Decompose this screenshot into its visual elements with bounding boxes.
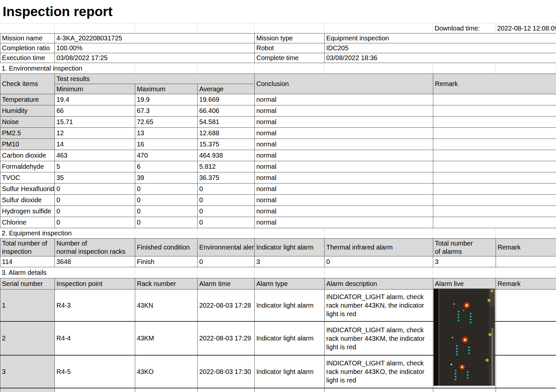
empty-cell (254, 267, 324, 278)
mission-info-table: Mission name 4-3KA_202208031725 Mission … (0, 33, 556, 63)
env-row-sf6: Sulfur Hexafluoride 0 0 0 normal (0, 184, 556, 195)
env-remark-value (433, 206, 556, 217)
equip-finished-condition-value: Finish (135, 256, 198, 267)
info-row: Completion ratio 100.00% Robot IDC205 (0, 43, 556, 53)
env-row-temperature: Temperature 19.4 19.9 19.669 normal (0, 94, 556, 105)
alarm-serial-header: Serial number (0, 278, 55, 290)
env-max-value: 72.65 (135, 117, 198, 128)
env-max-value: 16 (135, 139, 198, 150)
equip-environmental-alert-header: Environmental alert (198, 239, 255, 256)
alarm-type-header: Alarm type (255, 278, 325, 290)
env-remark-value (433, 217, 556, 228)
env-min-value: 0 (55, 184, 135, 195)
section-equip-row: 2. Equipment inspection (0, 228, 556, 238)
alarm-rack-value: 43KM (135, 322, 198, 356)
empty-cell (324, 228, 433, 238)
alarm-description-header: Alarm description (325, 278, 433, 290)
env-remark-value (433, 150, 556, 161)
env-avg-value: 5.812 (198, 161, 255, 172)
env-remark-value (433, 195, 556, 206)
env-remark-header: Remark (433, 74, 556, 94)
env-row-tvoc: TVOC 35 39 36.375 normal (0, 172, 556, 184)
alarm-remark-value (496, 322, 556, 356)
alarm-time-value: 2022-08-03 17:28 (198, 290, 255, 322)
env-max-value: 13 (135, 128, 198, 139)
alarm-point-value: R4-4 (55, 322, 135, 356)
empty-cell (197, 63, 254, 74)
alarm-time-value: 2022-08-03 17:29 (198, 322, 255, 356)
env-remark-value (433, 161, 556, 172)
env-max-header: Maximum (135, 84, 198, 94)
env-avg-value: 19.669 (198, 94, 255, 105)
alarm-description-value (325, 388, 433, 392)
env-row-humidity: Humidity 66 67.3 66.406 normal (0, 105, 556, 117)
alarm-time-value: 2022-08-03 17:30 (198, 356, 255, 388)
equip-values-row: 114 3648 Finish 0 3 0 3 (0, 256, 556, 267)
alarm-time-header: Alarm time (198, 278, 255, 290)
env-min-header: Minimum (55, 84, 135, 94)
download-row: Download time: 2022-08-12 12:08:09 (0, 23, 556, 33)
env-max-value: 67.3 (135, 105, 198, 117)
completion-ratio-value: 100.00% (55, 43, 255, 53)
env-max-value: 6 (135, 161, 198, 172)
env-conclusion-value: normal (255, 105, 433, 117)
env-max-value: 470 (135, 150, 198, 161)
alarm-header: Serial number Inspection point Rack numb… (0, 278, 556, 290)
equip-normal-racks-header: Number of normal inspection racks (55, 239, 135, 256)
env-avg-value: 0 (198, 184, 255, 195)
equip-normal-racks-value: 3648 (55, 256, 135, 267)
env-item-label: Sulfur dioxide (0, 195, 55, 206)
env-min-value: 0 (55, 195, 135, 206)
env-item-label: PM10 (0, 139, 55, 150)
alarm-point-header: Inspection point (55, 278, 135, 290)
env-max-value: 39 (135, 172, 198, 184)
equip-total-alarms-value: 3 (433, 256, 496, 267)
env-conclusion-value: normal (255, 150, 433, 161)
env-conclusion-value: normal (255, 128, 433, 139)
env-min-value: 463 (55, 150, 135, 161)
env-remark-value (433, 184, 556, 195)
equip-thermal-alarm-header: Thermal infrared alarm (325, 239, 433, 256)
env-avg-value: 54.581 (198, 117, 255, 128)
empty-cell (54, 23, 135, 33)
env-item-label: Humidity (0, 105, 55, 117)
alarm-serial-value: 1 (0, 290, 55, 322)
execution-time-label: Execution time (0, 53, 55, 63)
equip-finished-condition-header: Finished condition (135, 239, 198, 256)
equip-remark-value (496, 256, 556, 267)
env-conclusion-value: normal (255, 184, 433, 195)
env-conclusion-value: normal (255, 94, 433, 105)
download-time-label: Download time: (433, 23, 496, 33)
env-min-value: 19.4 (55, 94, 135, 105)
execution-time-value: 03/08/2022 17:25 (55, 53, 255, 63)
alarm-time-value (198, 388, 255, 392)
alarm-type-value (255, 388, 325, 392)
mission-type-value: Equipment inspection (325, 33, 556, 43)
env-min-value: 14 (55, 139, 135, 150)
env-max-value: 19.9 (135, 94, 198, 105)
env-min-value: 0 (55, 217, 135, 228)
alarm-serial-value: 2 (0, 322, 55, 356)
robot-label: Robot (255, 43, 325, 53)
env-avg-value: 0 (198, 195, 255, 206)
env-min-value: 35 (55, 172, 135, 184)
section-alarm-row: 3. Alarm details (0, 267, 556, 278)
robot-value: IDC205 (325, 43, 556, 53)
alarm-serial-value (0, 388, 55, 392)
empty-cell (433, 228, 496, 238)
completion-ratio-label: Completion ratio (0, 43, 55, 53)
env-conclusion-value: normal (255, 161, 433, 172)
info-row: Execution time 03/08/2022 17:25 Complete… (0, 53, 556, 63)
env-avg-value: 0 (198, 206, 255, 217)
empty-cell (254, 63, 324, 74)
env-item-label: Temperature (0, 94, 55, 105)
alarm-live-cell (433, 388, 496, 392)
empty-cell (324, 267, 433, 278)
env-min-value: 15.71 (55, 117, 135, 128)
env-row-co2: Carbon dioxide 463 470 464.938 normal (0, 150, 556, 161)
alarm-description-value: INDICATOR_LIGHT alarm, check rack number… (325, 322, 433, 356)
env-conclusion-value: normal (255, 206, 433, 217)
env-conclusion-value: normal (255, 117, 433, 128)
env-conclusion-value: normal (255, 217, 433, 228)
env-row-pm10: PM10 14 16 15.375 normal (0, 139, 556, 150)
